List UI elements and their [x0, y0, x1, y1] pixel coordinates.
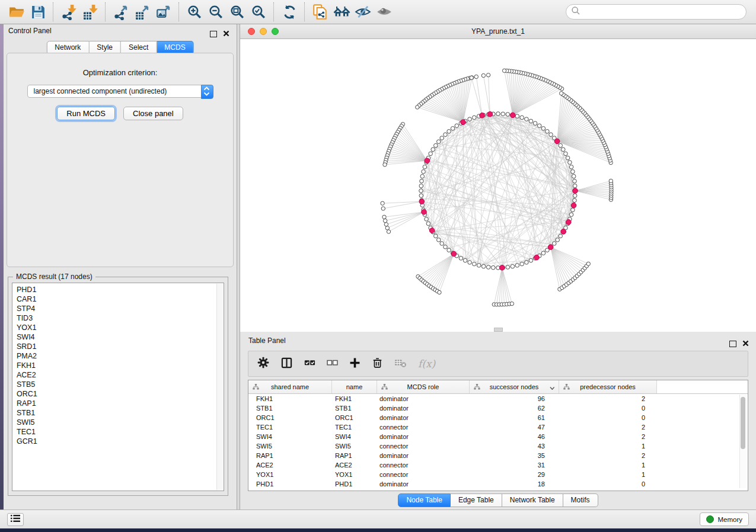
float-panel-icon[interactable] [210, 31, 217, 37]
cell-shared-name[interactable]: ORC1 [248, 414, 331, 421]
hide-selected-button[interactable] [352, 2, 374, 22]
cell-MCDS-role[interactable]: connector [376, 443, 468, 450]
save-session-button[interactable] [27, 2, 49, 22]
table-scrollbar-thumb[interactable] [741, 397, 745, 449]
columns-button[interactable] [280, 357, 293, 371]
column-header-shared-name[interactable]: shared name [248, 380, 332, 393]
network-window-titlebar[interactable]: YPA_prune.txt_1 [240, 24, 756, 39]
criterion-dropdown[interactable]: largest connected component (undirected) [27, 85, 213, 98]
tab-node-table[interactable]: Node Table [398, 493, 451, 507]
table-row-SWI5[interactable]: SWI5SWI5connector431 [248, 441, 748, 451]
cell-successor-nodes[interactable]: 43 [468, 443, 557, 450]
export-network-button[interactable] [110, 2, 132, 22]
table-row-TEC1[interactable]: TEC1TEC1connector472 [248, 422, 748, 432]
close-panel-button[interactable]: Close panel [123, 107, 183, 120]
mcds-result-item[interactable]: YOX1 [17, 323, 224, 332]
cell-MCDS-role[interactable]: dominator [376, 405, 468, 412]
cell-name[interactable]: SWI4 [331, 433, 376, 440]
mcds-result-item[interactable]: STP4 [17, 304, 224, 313]
cell-MCDS-role[interactable]: dominator [376, 395, 468, 402]
cell-shared-name[interactable]: SWI4 [248, 433, 331, 440]
cell-MCDS-role[interactable]: dominator [376, 414, 468, 421]
mcds-result-item[interactable]: PMA2 [17, 351, 224, 361]
cell-successor-nodes[interactable]: 47 [468, 424, 557, 431]
close-panel-icon[interactable] [223, 28, 229, 39]
table-row-STB1[interactable]: STB1STB1dominator620 [248, 403, 748, 413]
mcds-result-item[interactable]: STB5 [17, 380, 224, 389]
network-canvas[interactable] [240, 39, 756, 332]
cell-successor-nodes[interactable]: 29 [468, 471, 557, 478]
mcds-result-item[interactable]: GCR1 [17, 437, 224, 446]
cell-predecessor-nodes[interactable]: 1 [557, 462, 654, 469]
mcds-result-item[interactable]: SRD1 [17, 342, 224, 351]
tab-edge-table[interactable]: Edge Table [451, 493, 502, 507]
close-window-icon[interactable] [248, 28, 255, 35]
table-row-ACE2[interactable]: ACE2ACE2connector311 [248, 460, 748, 470]
cell-name[interactable]: RAP1 [331, 452, 376, 459]
cell-shared-name[interactable]: RAP1 [248, 452, 331, 459]
cell-name[interactable]: SWI5 [331, 443, 376, 450]
cell-successor-nodes[interactable]: 62 [468, 405, 557, 412]
cell-MCDS-role[interactable]: dominator [376, 452, 468, 459]
cell-name[interactable]: ORC1 [331, 414, 376, 421]
export-image-button[interactable] [153, 2, 174, 22]
first-neighbors-button[interactable] [331, 2, 352, 22]
table-row-PHD1[interactable]: PHD1PHD1dominator180 [248, 479, 748, 489]
clone-network-button[interactable] [310, 2, 331, 22]
cell-name[interactable]: FKH1 [331, 395, 376, 402]
select-all-button[interactable] [304, 357, 315, 371]
mcds-result-list[interactable]: PHD1CAR1STP4TID3YOX1SWI4SRD1PMA2FKH1ACE2… [12, 283, 224, 491]
table-row-FKH1[interactable]: FKH1FKH1dominator962 [248, 394, 748, 403]
cell-predecessor-nodes[interactable]: 2 [557, 452, 654, 459]
zoom-in-button[interactable] [184, 2, 205, 22]
task-history-button[interactable] [7, 513, 24, 526]
cell-name[interactable]: PHD1 [331, 480, 376, 488]
table-row-YOX1[interactable]: YOX1YOX1connector291 [248, 470, 748, 479]
cell-shared-name[interactable]: STB1 [248, 405, 331, 412]
cell-name[interactable]: YOX1 [331, 471, 376, 478]
column-header-name[interactable]: name [332, 380, 377, 393]
zoom-out-button[interactable] [205, 2, 227, 22]
cell-successor-nodes[interactable]: 61 [468, 414, 557, 421]
memory-button[interactable]: Memory [700, 512, 749, 526]
search-input[interactable] [580, 7, 741, 17]
cell-predecessor-nodes[interactable]: 0 [557, 414, 654, 421]
cell-shared-name[interactable]: SWI5 [248, 443, 331, 450]
zoom-selected-button[interactable] [248, 2, 269, 22]
show-all-button[interactable] [374, 2, 395, 22]
refresh-button[interactable] [279, 2, 300, 22]
network-graph[interactable] [240, 39, 756, 332]
mcds-result-item[interactable]: CAR1 [17, 294, 224, 304]
cell-successor-nodes[interactable]: 18 [468, 480, 557, 488]
table-scrollbar[interactable] [739, 395, 747, 488]
import-table-button[interactable] [79, 2, 101, 22]
fan-leaves[interactable] [381, 69, 613, 306]
mcds-result-item[interactable]: PHD1 [17, 285, 224, 294]
mcds-result-item[interactable]: ACE2 [17, 370, 224, 380]
cell-name[interactable]: ACE2 [331, 462, 376, 469]
cell-predecessor-nodes[interactable]: 2 [557, 424, 654, 431]
zoom-window-icon[interactable] [272, 28, 279, 35]
table-row-SWI4[interactable]: SWI4SWI4dominator462 [248, 432, 748, 441]
float-table-panel-icon[interactable] [729, 341, 736, 347]
cell-MCDS-role[interactable]: connector [376, 462, 468, 469]
cell-MCDS-role[interactable]: dominator [376, 433, 468, 440]
cell-predecessor-nodes[interactable]: 1 [557, 443, 654, 450]
search-box[interactable] [566, 4, 747, 20]
cell-MCDS-role[interactable]: connector [376, 424, 468, 431]
cell-successor-nodes[interactable]: 46 [468, 433, 557, 440]
cell-predecessor-nodes[interactable]: 2 [557, 395, 654, 402]
mcds-result-item[interactable]: SWI5 [17, 418, 224, 427]
mcds-result-item[interactable]: RAP1 [17, 399, 224, 408]
cell-shared-name[interactable]: ACE2 [248, 462, 331, 469]
mcds-result-item[interactable]: STB1 [17, 408, 224, 418]
mcds-result-item[interactable]: TEC1 [17, 427, 224, 437]
network-table-splitter-handle[interactable] [494, 328, 503, 332]
cell-predecessor-nodes[interactable]: 1 [557, 471, 654, 478]
cell-predecessor-nodes[interactable]: 0 [557, 405, 654, 412]
import-network-button[interactable] [58, 2, 79, 22]
cell-shared-name[interactable]: PHD1 [248, 480, 331, 488]
tab-network-table[interactable]: Network Table [502, 493, 563, 507]
run-mcds-button[interactable]: Run MCDS [57, 107, 115, 120]
cell-shared-name[interactable]: YOX1 [248, 471, 331, 478]
